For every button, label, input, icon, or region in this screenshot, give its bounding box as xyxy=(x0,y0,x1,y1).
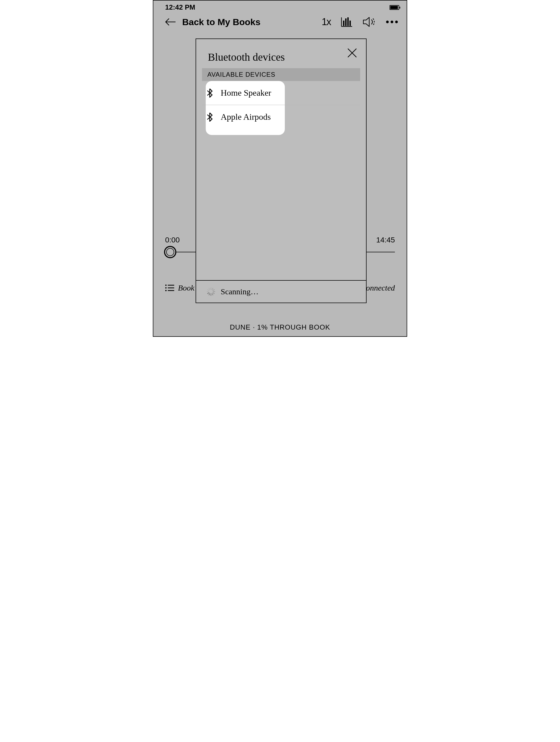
svg-point-7 xyxy=(165,285,167,286)
elapsed-time: 0:00 xyxy=(165,236,180,244)
svg-point-5 xyxy=(391,20,393,23)
device-row[interactable]: Home Speaker xyxy=(202,81,360,105)
device-row[interactable]: Apple Airpods xyxy=(202,105,360,129)
progress-thumb[interactable] xyxy=(164,246,176,258)
back-label[interactable]: Back to My Books xyxy=(182,17,315,27)
list-icon xyxy=(165,284,174,292)
section-header: AVAILABLE DEVICES xyxy=(202,68,360,81)
bluetooth-modal: Bluetooth devices AVAILABLE DEVICES Home… xyxy=(195,39,367,303)
svg-rect-1 xyxy=(345,18,346,26)
modal-footer: Scanning… xyxy=(196,280,366,303)
svg-rect-3 xyxy=(349,20,351,26)
modal-title: Bluetooth devices xyxy=(208,51,355,63)
remaining-time: 14:45 xyxy=(376,236,395,244)
battery-icon xyxy=(390,5,399,10)
status-bar: 12:42 PM xyxy=(153,1,407,13)
svg-point-6 xyxy=(395,20,398,23)
footer-caption: DUNE · 1% THROUGH BOOK xyxy=(153,323,407,331)
device-name: Home Speaker xyxy=(221,88,271,98)
top-nav: Back to My Books 1x xyxy=(153,13,407,31)
screen: 12:42 PM Back to My Books 1x xyxy=(153,0,407,337)
svg-rect-0 xyxy=(343,20,344,26)
more-icon[interactable] xyxy=(386,20,398,23)
svg-point-9 xyxy=(165,290,167,292)
bluetooth-icon xyxy=(207,89,213,98)
speaker-icon[interactable] xyxy=(363,17,376,27)
back-button[interactable] xyxy=(165,18,176,26)
svg-point-8 xyxy=(165,287,167,289)
svg-point-4 xyxy=(386,20,389,23)
playback-speed-button[interactable]: 1x xyxy=(322,16,331,28)
scanning-label: Scanning… xyxy=(221,287,259,296)
spinner-icon xyxy=(207,287,215,296)
device-name: Apple Airpods xyxy=(221,112,271,122)
device-list: Home Speaker Apple Airpods xyxy=(202,81,360,129)
close-button[interactable] xyxy=(346,47,358,59)
clock: 12:42 PM xyxy=(165,3,195,11)
bluetooth-icon xyxy=(207,112,213,122)
svg-rect-2 xyxy=(347,17,349,26)
equalizer-icon[interactable] xyxy=(341,17,353,27)
